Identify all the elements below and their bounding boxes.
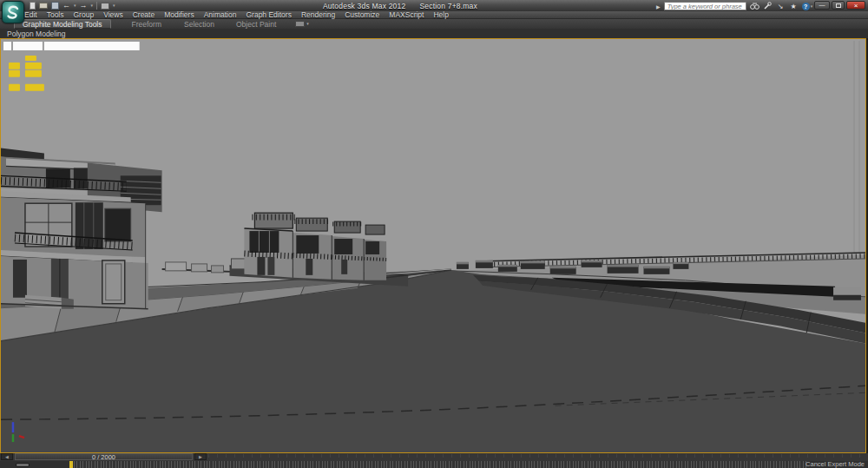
- infocenter: ▶ ↘ ★ ? ▾: [656, 1, 812, 11]
- viewport-menu-shading[interactable]: [44, 42, 140, 50]
- toolbar-separator: [96, 2, 97, 10]
- redo-dropdown-icon[interactable]: ▾: [91, 3, 94, 8]
- infocenter-expander-icon[interactable]: ▶: [656, 3, 661, 10]
- open-file-icon[interactable]: [39, 3, 48, 9]
- quick-access-toolbar: ← ▾ → ▾ ▾: [30, 1, 115, 10]
- new-file-icon[interactable]: [30, 2, 36, 10]
- communication-center-icon[interactable]: ↘: [776, 2, 786, 10]
- slider-ruler-ticks: [208, 454, 866, 458]
- redo-icon[interactable]: →: [80, 2, 88, 10]
- ribbon-button-yellow[interactable]: [25, 56, 36, 61]
- menu-group[interactable]: Group: [74, 10, 95, 19]
- time-slider[interactable]: 0 / 2000: [15, 453, 193, 460]
- perspective-viewport[interactable]: [0, 38, 866, 453]
- previous-frame-button[interactable]: ◀: [1, 453, 13, 460]
- current-frame-marker[interactable]: [69, 461, 73, 468]
- next-frame-button[interactable]: ▶: [194, 453, 207, 460]
- help-dropdown-icon[interactable]: ▾: [811, 4, 813, 9]
- application-window: ← ▾ → ▾ ▾ Autodesk 3ds Max 2012Section 7…: [0, 0, 868, 468]
- menu-customize[interactable]: Customize: [345, 10, 379, 19]
- minimize-button[interactable]: —: [814, 1, 830, 10]
- open-mini-curve-editor-icon[interactable]: [16, 463, 30, 467]
- undo-icon[interactable]: ←: [62, 2, 70, 10]
- ribbon-minimize-control[interactable]: ▾: [295, 21, 309, 27]
- menu-rendering[interactable]: Rendering: [301, 10, 335, 19]
- building-left: [1, 148, 162, 308]
- ribbon-button-yellow[interactable]: [9, 63, 20, 69]
- menu-create[interactable]: Create: [133, 10, 155, 19]
- ribbon-button-yellow[interactable]: [25, 63, 42, 69]
- ribbon-button-yellow[interactable]: [9, 84, 20, 91]
- app-title: Autodesk 3ds Max 2012: [323, 2, 405, 10]
- panel-tab-polygon-modeling[interactable]: Polygon Modeling: [7, 30, 66, 38]
- help-icon[interactable]: ?: [802, 3, 810, 10]
- viewport-menu-general[interactable]: [3, 42, 11, 50]
- ribbon-tab-bar: Graphite Modeling Tools Freeform Selecti…: [0, 19, 868, 29]
- menu-bar: Edit Tools Group Views Create Modifiers …: [0, 11, 868, 19]
- window-controls: — ×: [814, 1, 865, 10]
- menu-tools[interactable]: Tools: [47, 10, 64, 19]
- tab-graphite-modeling-tools[interactable]: Graphite Modeling Tools: [14, 19, 111, 29]
- menu-animation[interactable]: Animation: [204, 10, 237, 19]
- menu-help[interactable]: Help: [433, 10, 448, 19]
- viewport-label-menus[interactable]: [3, 42, 140, 50]
- tab-freeform[interactable]: Freeform: [132, 20, 161, 29]
- close-button[interactable]: ×: [846, 1, 865, 10]
- help-control[interactable]: ? ▾: [802, 3, 813, 10]
- 3ds-max-logo[interactable]: [2, 1, 24, 23]
- ribbon-button-yellow[interactable]: [25, 84, 44, 91]
- maximize-button[interactable]: [832, 1, 845, 10]
- ribbon-minimize-caret-icon: ▾: [306, 22, 309, 26]
- search-binoculars-icon[interactable]: [750, 2, 760, 10]
- menu-views[interactable]: Views: [103, 10, 123, 19]
- infocenter-search-input[interactable]: [664, 2, 746, 10]
- cancel-expert-mode-button[interactable]: Cancel Expert Mode: [806, 461, 865, 468]
- subscription-center-icon[interactable]: [763, 2, 773, 10]
- menu-edit[interactable]: Edit: [24, 10, 37, 19]
- favorites-star-icon[interactable]: ★: [789, 2, 799, 10]
- ribbon-panel-row: Polygon Modeling: [0, 29, 868, 38]
- ribbon-minimize-icon: [295, 21, 305, 27]
- tab-object-paint[interactable]: Object Paint: [236, 20, 276, 29]
- document-title: Section 7+8.max: [419, 2, 477, 10]
- selection-mode-icon[interactable]: [101, 3, 109, 10]
- time-slider-row: ◀ 0 / 2000 ▶: [0, 453, 868, 461]
- undo-dropdown-icon[interactable]: ▾: [74, 3, 76, 8]
- tab-selection[interactable]: Selection: [184, 20, 214, 29]
- window-title: Autodesk 3ds Max 2012Section 7+8.max: [323, 2, 491, 10]
- ribbon-button-yellow[interactable]: [9, 70, 20, 77]
- maximize-icon: [836, 3, 841, 8]
- menu-modifiers[interactable]: Modifiers: [164, 10, 194, 19]
- selection-dropdown-icon[interactable]: ▾: [113, 3, 115, 8]
- track-bar-ticks[interactable]: [74, 461, 807, 468]
- ribbon-button-yellow[interactable]: [25, 70, 42, 77]
- track-bar: Cancel Expert Mode: [0, 461, 868, 468]
- menu-maxscript[interactable]: MAXScript: [389, 10, 424, 19]
- viewport-menu-pov[interactable]: [13, 42, 43, 50]
- menu-graph-editors[interactable]: Graph Editors: [246, 10, 291, 19]
- save-icon[interactable]: [51, 2, 59, 10]
